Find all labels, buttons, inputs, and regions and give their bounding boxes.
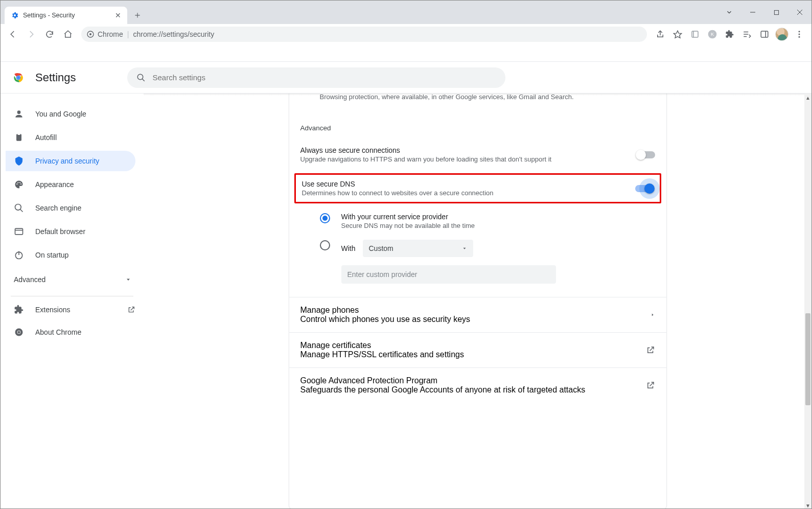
row-secure-dns: Use secure DNS Determines how to connect… [296,175,660,202]
row-manage-phones[interactable]: Manage phones Control which phones you u… [289,297,666,332]
power-icon [14,250,24,260]
sidebar-item-label: Privacy and security [35,157,99,165]
sidebar-item-default-browser[interactable]: Default browser [6,221,135,242]
profile-avatar[interactable] [774,26,790,42]
scroll-up-arrow[interactable]: ▲ [804,94,811,102]
radio-current-provider[interactable] [320,213,330,223]
scroll-shadow [144,94,804,96]
sidebar-item-privacy[interactable]: Privacy and security [6,151,135,171]
sidebar-item-startup[interactable]: On startup [6,245,135,265]
dns-option-current-provider[interactable]: With your current service provider Secur… [320,207,655,235]
caret-down-icon [462,246,467,251]
close-tab-icon[interactable]: ✕ [115,11,121,19]
url-text: chrome://settings/security [133,30,214,38]
scroll-down-arrow[interactable]: ▼ [804,501,811,509]
chrome-info-icon [86,30,95,38]
svg-rect-1 [774,10,778,14]
close-window-button[interactable] [788,4,811,20]
custom-provider-input[interactable]: Enter custom provider [341,265,556,284]
settings-header: Settings [1,62,811,94]
svg-rect-27 [18,133,20,135]
tab-strip: Settings - Security ✕ ＋ [1,1,145,24]
secure-dns-toggle[interactable] [635,185,654,192]
home-button[interactable] [60,26,76,42]
dns-option-custom[interactable]: With Custom [320,235,655,262]
tab-search-icon[interactable] [717,4,741,20]
secure-dns-highlight: Use secure DNS Determines how to connect… [294,173,661,203]
sidebar-item-appearance[interactable]: Appearance [6,174,135,195]
reload-button[interactable] [41,26,58,42]
about-label: About Chrome [35,328,81,336]
sidebar-item-search-engine[interactable]: Search engine [6,198,135,218]
row-manage-certificates[interactable]: Manage certificates Manage HTTPS/SSL cer… [289,332,666,367]
launch-icon [127,306,135,314]
puzzle-icon [14,305,24,315]
share-icon[interactable] [652,26,668,42]
sidebar-item-label: Search engine [35,204,81,212]
collections-icon[interactable] [687,26,703,42]
account-icon[interactable]: K [704,26,721,42]
svg-point-5 [89,33,91,35]
browser-tab[interactable]: Settings - Security ✕ [5,7,127,24]
manage-phones-sub: Control which phones you use as security… [300,315,650,324]
manage-phones-label: Manage phones [300,306,650,315]
sidebar-item-label: Autofill [35,133,57,142]
svg-point-28 [16,183,17,184]
side-panel-icon[interactable] [756,26,773,42]
external-link-icon [646,345,655,355]
sidebar-item-you-google[interactable]: You and Google [6,104,135,124]
svg-marker-43 [652,314,653,316]
maximize-button[interactable] [764,4,788,20]
search-icon [136,73,146,82]
bookmark-star-icon[interactable] [669,26,686,42]
sidebar-item-label: Appearance [35,180,74,189]
secure-dns-options: With your current service provider Secur… [289,205,666,288]
sidebar-item-autofill[interactable]: Autofill [6,127,135,148]
secure-dns-label: Use secure DNS [302,180,628,188]
svg-point-29 [17,182,18,183]
address-bar[interactable]: Chrome | chrome://settings/security [81,27,647,42]
svg-line-24 [142,79,145,81]
settings-content: Browsing protection, where available, in… [144,94,811,509]
manage-certs-label: Manage certificates [300,341,646,350]
gapp-label: Google Advanced Protection Program [300,376,646,385]
shield-icon [14,156,24,166]
forward-button[interactable] [23,26,39,42]
opt1-sub: Secure DNS may not be available all the … [341,222,475,229]
extensions-icon[interactable] [722,26,738,42]
sidebar-advanced-toggle[interactable]: Advanced [6,268,144,291]
settings-sidebar: You and Google Autofill Privacy and secu… [1,94,144,509]
dns-provider-select[interactable]: Custom [363,240,473,257]
kebab-menu-icon[interactable] [791,26,807,42]
browser-toolbar: Chrome | chrome://settings/security K [1,24,811,44]
site-label: Chrome [98,30,123,38]
select-value: Custom [369,244,393,252]
person-icon [14,109,24,119]
row-advanced-protection[interactable]: Google Advanced Protection Program Safeg… [289,367,666,403]
secure-conn-label: Always use secure connections [300,146,630,154]
secure-conn-toggle[interactable] [637,151,655,158]
svg-line-33 [20,210,23,212]
sidebar-item-label: You and Google [35,110,86,118]
svg-point-30 [19,182,20,183]
sidebar-item-extensions[interactable]: Extensions [6,298,144,321]
search-input[interactable] [153,73,496,82]
svg-point-41 [18,331,20,334]
vertical-scrollbar[interactable]: ▲ ▼ [804,94,811,509]
svg-point-22 [17,76,19,79]
reading-list-icon[interactable] [739,26,755,42]
scrollbar-thumb[interactable] [805,313,810,405]
sidebar-divider [11,296,133,296]
separator: | [127,30,129,38]
manage-certs-sub: Manage HTTPS/SSL certificates and settin… [300,350,646,359]
svg-marker-6 [674,31,682,38]
site-identity[interactable]: Chrome [86,30,123,38]
new-tab-button[interactable]: ＋ [130,8,145,22]
sidebar-item-about[interactable]: About Chrome [6,321,144,343]
minimize-button[interactable] [741,4,764,20]
secure-dns-sub: Determines how to connect to websites ov… [302,189,628,197]
gapp-sub: Safeguards the personal Google Accounts … [300,385,646,395]
search-settings-box[interactable] [127,67,505,88]
back-button[interactable] [5,26,21,42]
radio-custom[interactable] [320,240,330,250]
